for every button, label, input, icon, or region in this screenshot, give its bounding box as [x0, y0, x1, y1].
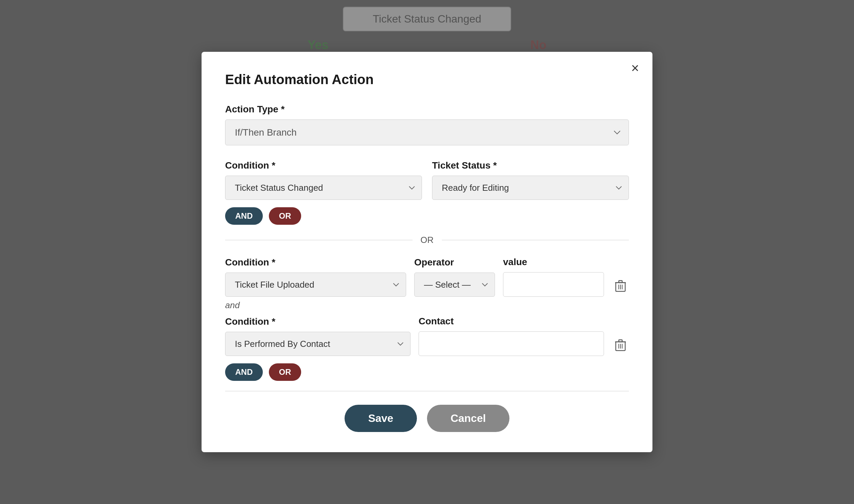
contact-label: Contact [419, 316, 604, 327]
divider-line-right [442, 240, 629, 240]
logic-buttons-1: AND OR [225, 207, 629, 225]
condition-3-field: Condition * Is Performed By Contact [225, 316, 411, 356]
operator-label: Operator [414, 257, 495, 268]
or-divider: OR [225, 235, 629, 245]
and-connector-text: and [225, 300, 629, 310]
condition-2-select[interactable]: Ticket File Uploaded [225, 272, 406, 297]
value-field: value [503, 257, 604, 297]
save-button[interactable]: Save [345, 405, 417, 432]
operator-select[interactable]: — Select — [414, 272, 495, 297]
close-button[interactable]: × [631, 61, 639, 75]
or-button-2[interactable]: OR [269, 363, 301, 381]
divider-line-left [225, 240, 413, 240]
condition-2-label: Condition * [225, 257, 406, 268]
modal-overlay: × Edit Automation Action Action Type * I… [0, 0, 854, 504]
delete-condition-2-button[interactable] [612, 276, 629, 295]
condition-3-row: Condition * Is Performed By Contact Cont… [225, 316, 629, 381]
operator-field: Operator — Select — [414, 257, 495, 297]
condition-3-label: Condition * [225, 316, 411, 327]
modal-footer: Save Cancel [225, 405, 629, 432]
logic-buttons-2: AND OR [225, 363, 629, 381]
delete-condition-3-button[interactable] [612, 336, 629, 355]
delete-2-field [612, 336, 629, 356]
bottom-divider [225, 391, 629, 391]
cancel-button[interactable]: Cancel [427, 405, 509, 432]
trash-icon-1 [615, 280, 626, 292]
value-label: value [503, 257, 604, 268]
or-button-1[interactable]: OR [269, 207, 301, 225]
condition-1-select[interactable]: Ticket Status Changed [225, 176, 422, 200]
delete-1-field [612, 276, 629, 297]
and-button-2[interactable]: AND [225, 363, 263, 381]
action-type-select[interactable]: If/Then Branch [225, 120, 629, 145]
condition-1-field: Condition * Ticket Status Changed [225, 160, 422, 200]
condition-3-select[interactable]: Is Performed By Contact [225, 332, 411, 356]
ticket-status-field: Ticket Status * Ready for Editing [432, 160, 629, 200]
or-divider-text: OR [421, 235, 434, 245]
condition-2-field: Condition * Ticket File Uploaded [225, 257, 406, 297]
action-type-section: Action Type * If/Then Branch [225, 104, 629, 145]
value-input[interactable] [503, 272, 604, 297]
condition-2-row: Condition * Ticket File Uploaded Operato… [225, 257, 629, 297]
ticket-status-label: Ticket Status * [432, 160, 629, 171]
action-type-label: Action Type * [225, 104, 629, 115]
contact-field: Contact [419, 316, 604, 356]
ticket-status-select[interactable]: Ready for Editing [432, 176, 629, 200]
and-button-1[interactable]: AND [225, 207, 263, 225]
modal-title: Edit Automation Action [225, 72, 629, 87]
modal-dialog: × Edit Automation Action Action Type * I… [202, 52, 652, 452]
contact-input[interactable] [419, 331, 604, 356]
trash-icon-2 [615, 339, 626, 351]
condition-1-label: Condition * [225, 160, 422, 171]
condition-1-row: Condition * Ticket Status Changed Ticket… [225, 160, 629, 225]
